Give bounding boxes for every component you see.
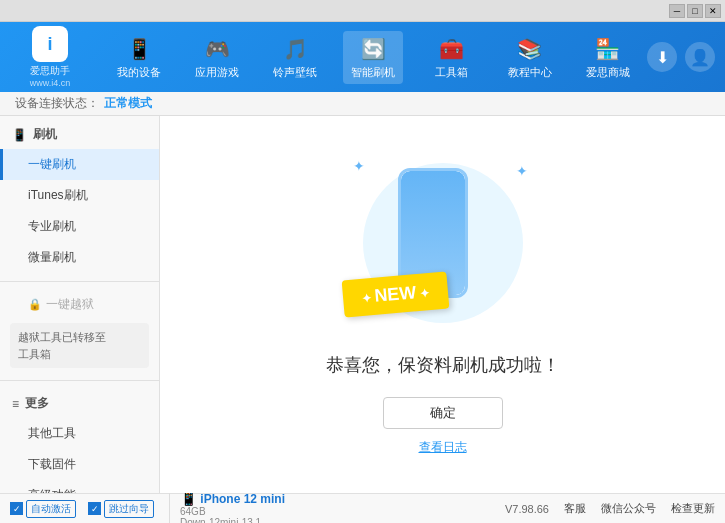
status-value: 正常模式 [104,95,152,112]
minimize-btn[interactable]: ─ [669,4,685,18]
device-version: Down-12mini-13,1 [180,517,285,524]
logo-name: 爱思助手 www.i4.cn [30,64,71,88]
log-link[interactable]: 查看日志 [419,439,467,456]
nav-items: 📱 我的设备 🎮 应用游戏 🎵 铃声壁纸 🔄 智能刷机 🧰 工具箱 📚 教程中心… [100,31,647,84]
title-bar: ─ □ ✕ [0,0,725,22]
nav-store-label: 爱思商城 [586,65,630,80]
nav-flash-label: 智能刷机 [351,65,395,80]
nav-right-buttons: ⬇ 👤 [647,42,715,72]
nav-ringtones-label: 铃声壁纸 [273,65,317,80]
nav-my-device[interactable]: 📱 我的设备 [109,31,169,84]
tutorial-icon: 📚 [516,35,544,63]
sidebar-divider-1 [0,281,159,282]
confirm-button[interactable]: 确定 [383,397,503,429]
sidebar-item-pro[interactable]: 专业刷机 [0,211,159,242]
nav-tutorial[interactable]: 📚 教程中心 [500,31,560,84]
flash-section-icon: 📱 [12,128,27,142]
sidebar-item-download-fw[interactable]: 下载固件 [0,449,159,480]
nav-apps-games[interactable]: 🎮 应用游戏 [187,31,247,84]
device-checkboxes: ✓ 自动激活 ✓ 跳过向导 [10,500,154,518]
skip-wizard-checkbox[interactable]: ✓ [88,502,101,515]
skip-wizard-label: 跳过向导 [104,500,154,518]
sidebar-section-flash: 📱 刷机 一键刷机 iTunes刷机 专业刷机 微量刷机 [0,116,159,277]
sidebar-flash-header: 📱 刷机 [0,120,159,149]
main-layout: 📱 刷机 一键刷机 iTunes刷机 专业刷机 微量刷机 🔒 一键越狱 越狱工具… [0,116,725,493]
toolbox-icon: 🧰 [438,35,466,63]
sidebar-item-other-tools[interactable]: 其他工具 [0,418,159,449]
maximize-btn[interactable]: □ [687,4,703,18]
status-bar: 设备连接状态： 正常模式 [0,92,725,116]
store-icon: 🏪 [594,35,622,63]
close-btn[interactable]: ✕ [705,4,721,18]
wechat-link[interactable]: 微信公众号 [601,501,656,516]
more-section-icon: ≡ [12,397,19,411]
logo[interactable]: i 爱思助手 www.i4.cn [10,26,90,88]
phone-illustration: ✦ ✦ ✦ NEW [343,153,543,333]
ringtones-icon: 🎵 [281,35,309,63]
sidebar-item-itunes[interactable]: iTunes刷机 [0,180,159,211]
status-label: 设备连接状态： [15,95,99,112]
auto-launch-check[interactable]: ✓ 自动激活 [10,500,76,518]
check-update-link[interactable]: 检查更新 [671,501,715,516]
download-btn[interactable]: ⬇ [647,42,677,72]
sidebar-item-save[interactable]: 微量刷机 [0,242,159,273]
device-storage: 64GB [180,506,285,517]
sidebar-jailbreak-header: 🔒 一键越狱 [0,290,159,319]
lock-icon: 🔒 [28,298,42,311]
jailbreak-label: 一键越狱 [46,296,94,313]
version-label: V7.98.66 [505,503,549,515]
bottom-panel: ✓ 自动激活 ✓ 跳过向导 📱 iPhone 12 mini 64GB Down… [0,493,725,523]
device-icon: 📱 [125,35,153,63]
skip-wizard-check[interactable]: ✓ 跳过向导 [88,500,154,518]
flash-icon: 🔄 [359,35,387,63]
sparkle-tl-icon: ✦ [353,158,365,174]
nav-ringtones[interactable]: 🎵 铃声壁纸 [265,31,325,84]
sidebar-item-advanced[interactable]: 高级功能 [0,480,159,493]
nav-tutorial-label: 教程中心 [508,65,552,80]
sidebar-item-one-click[interactable]: 一键刷机 [0,149,159,180]
content-area: ✦ ✦ ✦ NEW 恭喜您，保资料刷机成功啦！ 确定 查看日志 [160,116,725,493]
jailbreak-info-text: 越狱工具已转移至工具箱 [18,331,106,360]
user-btn[interactable]: 👤 [685,42,715,72]
sidebar: 📱 刷机 一键刷机 iTunes刷机 专业刷机 微量刷机 🔒 一键越狱 越狱工具… [0,116,160,493]
more-section-label: 更多 [25,395,49,412]
sidebar-more-header: ≡ 更多 [0,389,159,418]
header: i 爱思助手 www.i4.cn 📱 我的设备 🎮 应用游戏 🎵 铃声壁纸 🔄 … [0,22,725,92]
nav-my-device-label: 我的设备 [117,65,161,80]
auto-launch-checkbox[interactable]: ✓ [10,502,23,515]
sidebar-divider-2 [0,380,159,381]
apps-icon: 🎮 [203,35,231,63]
jailbreak-info-box: 越狱工具已转移至工具箱 [10,323,149,368]
flash-section-label: 刷机 [33,126,57,143]
sidebar-section-more: ≡ 更多 其他工具 下载固件 高级功能 [0,385,159,493]
nav-toolbox[interactable]: 🧰 工具箱 [422,31,482,84]
nav-smart-flash[interactable]: 🔄 智能刷机 [343,31,403,84]
sidebar-section-jailbreak: 🔒 一键越狱 越狱工具已转移至工具箱 [0,286,159,376]
nav-toolbox-label: 工具箱 [435,65,468,80]
nav-store[interactable]: 🏪 爱思商城 [578,31,638,84]
sparkle-tr-icon: ✦ [516,163,528,179]
logo-icon: i [32,26,68,62]
device-info: 📱 iPhone 12 mini 64GB Down-12mini-13,1 [169,490,285,524]
success-message: 恭喜您，保资料刷机成功啦！ [326,353,560,377]
auto-launch-label: 自动激活 [26,500,76,518]
nav-apps-label: 应用游戏 [195,65,239,80]
footer-status: V7.98.66 客服 微信公众号 检查更新 [505,501,715,516]
customer-service-link[interactable]: 客服 [564,501,586,516]
